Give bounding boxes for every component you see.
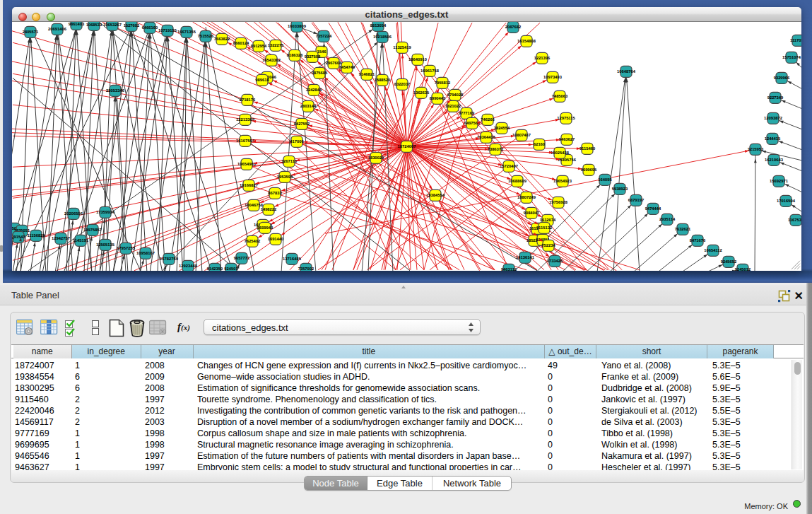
svg-text:2803144: 2803144 [300,104,317,109]
svg-text:9084047: 9084047 [524,211,540,216]
svg-text:12213369: 12213369 [236,117,255,122]
svg-text:17016504: 17016504 [777,199,796,204]
svg-text:7515526: 7515526 [198,34,214,39]
svg-text:1588520: 1588520 [375,78,391,83]
svg-text:1953594: 1953594 [277,175,293,180]
svg-text:2405571: 2405571 [23,30,39,35]
svg-text:1527602: 1527602 [124,23,140,28]
svg-text:10654112: 10654112 [704,248,722,253]
svg-text:7386372: 7386372 [488,147,504,152]
svg-text:989618: 989618 [255,78,269,83]
svg-text:18807249: 18807249 [517,195,536,200]
svg-text:1145191: 1145191 [73,238,89,243]
svg-text:3242848: 3242848 [306,88,322,93]
svg-text:3267110: 3267110 [281,159,297,164]
svg-text:10958167: 10958167 [136,251,155,256]
svg-text:2087682: 2087682 [505,25,522,30]
svg-text:7625402: 7625402 [245,239,261,244]
svg-text:1733426: 1733426 [547,259,563,264]
svg-text:7357224: 7357224 [316,34,332,39]
svg-text:18640910: 18640910 [408,57,427,62]
svg-text:15751074: 15751074 [782,55,801,60]
svg-text:10973493: 10973493 [543,75,563,80]
svg-text:9245012: 9245012 [735,267,751,271]
svg-text:8813054: 8813054 [370,23,387,28]
svg-text:7663822: 7663822 [214,37,230,42]
svg-text:19218506: 19218506 [373,35,392,40]
svg-text:20364436: 20364436 [477,135,496,140]
svg-text:8427552: 8427552 [294,122,310,127]
svg-text:2935114: 2935114 [659,217,676,222]
svg-text:7357002: 7357002 [298,267,314,271]
svg-text:19654963: 19654963 [237,162,257,167]
svg-text:1821022: 1821022 [445,104,461,109]
svg-text:16107554: 16107554 [236,139,255,144]
svg-text:19756928: 19756928 [549,200,568,205]
svg-text:8322037: 8322037 [394,82,411,87]
svg-text:8990443: 8990443 [430,96,446,101]
svg-text:19384554: 19384554 [426,193,445,198]
svg-text:2967608: 2967608 [326,61,342,66]
svg-text:19166827: 19166827 [240,183,258,188]
svg-text:9777169: 9777169 [459,111,475,116]
svg-text:17359934: 17359934 [96,210,115,215]
svg-text:6466160: 6466160 [142,25,158,30]
svg-text:10648764: 10648764 [617,69,636,74]
svg-text:7632621: 7632621 [675,227,691,232]
svg-text:16961758: 16961758 [420,69,440,74]
svg-text:2718176: 2718176 [240,98,256,103]
svg-text:16154808: 16154808 [517,39,536,44]
svg-text:924501: 924501 [224,267,238,271]
svg-text:16671355: 16671355 [177,30,196,35]
svg-text:746266: 746266 [481,117,495,122]
svg-text:15720407: 15720407 [500,164,518,169]
svg-text:10807487: 10807487 [512,133,531,138]
svg-text:9463627: 9463627 [559,137,575,142]
svg-text:3875685: 3875685 [312,71,328,76]
svg-text:164095: 164095 [598,177,612,182]
svg-text:1322275: 1322275 [268,43,284,48]
svg-text:9657771: 9657771 [234,256,250,261]
svg-text:9146821: 9146821 [359,72,375,77]
svg-text:14136141: 14136141 [516,255,535,260]
svg-text:12942757: 12942757 [52,236,70,241]
svg-text:8454749: 8454749 [339,65,355,70]
svg-text:867833: 867833 [268,191,282,196]
svg-text:17957255: 17957255 [117,246,136,251]
svg-text:7485063: 7485063 [552,94,568,99]
svg-text:10653267: 10653267 [103,23,122,28]
svg-text:12505135: 12505135 [96,243,115,247]
svg-text:9115460: 9115460 [579,146,595,151]
svg-text:12923448: 12923448 [179,264,198,269]
svg-text:16210643: 16210643 [765,158,784,163]
svg-text:1244415: 1244415 [765,136,781,141]
svg-text:752234: 752234 [541,243,555,248]
svg-text:1221396: 1221396 [534,56,551,61]
svg-text:9699695: 9699695 [581,168,597,173]
svg-text:7955812: 7955812 [435,81,451,86]
svg-text:10719155: 10719155 [158,28,177,33]
svg-text:3215953: 3215953 [748,147,764,152]
svg-text:1117053: 1117053 [790,38,801,43]
svg-text:5938923: 5938923 [612,187,628,192]
svg-text:6794028: 6794028 [447,93,464,98]
svg-text:10688609: 10688609 [508,179,527,184]
svg-text:8660124: 8660124 [233,41,249,46]
svg-text:8912954: 8912954 [251,44,267,49]
svg-text:19654923: 19654923 [553,179,572,184]
svg-text:13716485: 13716485 [283,257,302,262]
svg-text:9327508: 9327508 [305,54,321,59]
svg-text:9227349: 9227349 [767,95,784,100]
svg-text:1362635: 1362635 [413,90,430,95]
svg-text:8471676: 8471676 [690,238,706,243]
svg-text:8186328: 8186328 [287,53,303,58]
svg-text:417006: 417006 [290,139,304,144]
svg-text:15692971: 15692971 [770,179,789,184]
svg-text:11156829: 11156829 [27,233,45,238]
svg-text:12975115: 12975115 [557,116,575,121]
svg-text:9142350: 9142350 [207,267,223,271]
svg-text:20691406: 20691406 [48,27,67,32]
svg-text:10025438: 10025438 [551,151,570,156]
svg-text:1068533: 1068533 [86,23,102,28]
svg-text:16033809: 16033809 [288,24,307,29]
